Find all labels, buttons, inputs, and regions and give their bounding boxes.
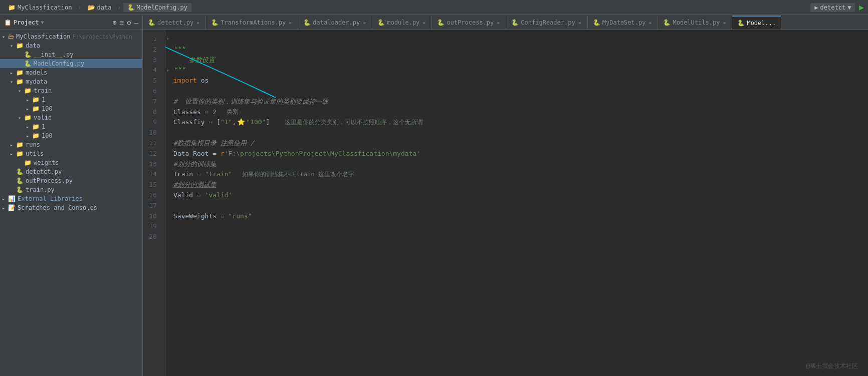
- init-file-icon: 🐍: [24, 51, 32, 58]
- sidebar-actions: ⊕ ≡ ⚙ –: [112, 19, 138, 27]
- train-folder-icon: 📁: [24, 87, 32, 94]
- sidebar-item-weights[interactable]: 📁 weights: [0, 158, 142, 167]
- project-tree-icon: 📋: [4, 19, 12, 26]
- sidebar-item-models[interactable]: ▸ 📁 models: [0, 68, 142, 77]
- sidebar-item-train[interactable]: ▾ 📁 train: [0, 86, 142, 95]
- tab-detetct-icon: 🐍: [148, 19, 155, 26]
- sidebar-item-outprocess[interactable]: 🐍 outProcess.py: [0, 176, 142, 185]
- code-content[interactable]: ▾ """ 参数设置 ▾ """ import os: [165, 30, 868, 376]
- run-button[interactable]: ▶: [859, 3, 864, 12]
- line-num-17: 17: [143, 201, 161, 211]
- valid-folder-icon: 📁: [24, 114, 32, 121]
- models-folder-icon: 📁: [16, 69, 24, 76]
- tab-outprocess[interactable]: 🐍 outProcess.py ✕: [432, 16, 506, 30]
- tab-mydataset[interactable]: 🐍 MyDataSet.py ✕: [588, 16, 659, 30]
- sidebar-item-utils[interactable]: ▸ 📁 utils: [0, 149, 142, 158]
- title-right-section: ▶ detetct ▼ ▶: [810, 3, 864, 12]
- code-editor[interactable]: 1 2 3 4 5 6 7 8 9 10 11 12 13 14 15 16 1…: [143, 30, 868, 376]
- scratches-icon: 📝: [8, 204, 16, 211]
- sidebar-item-valid[interactable]: ▾ 📁 valid: [0, 113, 142, 122]
- sidebar-item-modelconfig[interactable]: 🐍 ModelConfig.py: [0, 59, 142, 68]
- tab-modelutils[interactable]: 🐍 ModelUtils.py ✕: [658, 16, 732, 30]
- tab-op-close[interactable]: ✕: [496, 20, 501, 26]
- minimize-icon[interactable]: –: [134, 19, 138, 27]
- title-file[interactable]: 🐍 ModelConfig.py: [123, 3, 191, 12]
- line-num-18: 18: [143, 211, 161, 222]
- train100-folder-icon: 📁: [32, 105, 40, 112]
- project-icon: 📁: [8, 4, 16, 11]
- sidebar-item-train-1[interactable]: ▸ 📁 1: [0, 95, 142, 104]
- breadcrumb-sep2: ›: [118, 4, 121, 11]
- code-line-17: [173, 201, 860, 211]
- python-file-icon: 🐍: [127, 4, 135, 11]
- line-num-14: 14: [143, 169, 161, 180]
- tab-detetct-close[interactable]: ✕: [195, 20, 200, 26]
- tab-trans-close[interactable]: ✕: [288, 20, 293, 26]
- tab-detetct[interactable]: 🐍 detetct.py ✕: [143, 16, 206, 30]
- sidebar-item-valid-100[interactable]: ▸ 📁 100: [0, 131, 142, 140]
- collapse-all-icon[interactable]: ≡: [120, 19, 124, 27]
- fold-icon-4[interactable]: ▾: [166, 67, 169, 75]
- sidebar-item-runs[interactable]: ▸ 📁 runs: [0, 140, 142, 149]
- sidebar-item-init[interactable]: 🐍 __init__.py: [0, 50, 142, 59]
- line-num-4: 4: [143, 65, 161, 76]
- sidebar-header: 📋 Project ▼ ⊕ ≡ ⚙ –: [0, 15, 142, 30]
- line-num-16: 16: [143, 190, 161, 201]
- train1-folder-icon: 📁: [32, 96, 40, 103]
- main-layout: 📋 Project ▼ ⊕ ≡ ⚙ – ▾ 🗁 MyClassfication …: [0, 15, 868, 376]
- tab-cr-close[interactable]: ✕: [577, 20, 582, 26]
- title-data[interactable]: 📂 data: [84, 3, 116, 12]
- locate-file-icon[interactable]: ⊕: [112, 19, 116, 27]
- tab-mc-icon: 🐍: [737, 20, 745, 27]
- sidebar-item-data[interactable]: ▾ 📁 data: [0, 41, 142, 50]
- line-num-10: 10: [143, 128, 161, 138]
- code-line-6: [173, 86, 860, 97]
- outprocess-file-icon: 🐍: [16, 177, 24, 184]
- tab-mod-close[interactable]: ✕: [421, 20, 426, 26]
- code-line-8: Classes = 2 类别: [173, 107, 860, 118]
- code-line-20: [173, 232, 860, 242]
- emoji-icon: ⭐: [237, 117, 245, 128]
- title-bar: 📁 MyClassfication › 📂 data › 🐍 ModelConf…: [0, 0, 868, 15]
- tab-mds-close[interactable]: ✕: [647, 20, 653, 26]
- tabs-bar: 🐍 detetct.py ✕ 🐍 TransformAtions.py ✕ 🐍 …: [143, 15, 868, 30]
- tab-dl-close[interactable]: ✕: [362, 20, 367, 26]
- tab-mu-close[interactable]: ✕: [722, 20, 727, 26]
- fold-icon-1[interactable]: ▾: [166, 35, 169, 43]
- code-line-11: #数据集根目录 注意使用 /: [173, 138, 860, 149]
- code-line-1: ▾: [173, 34, 860, 45]
- run-config-selector[interactable]: ▶ detetct ▼: [810, 3, 855, 12]
- utils-folder-icon: 📁: [16, 150, 24, 157]
- valid1-expand-icon: ▸: [26, 124, 32, 130]
- code-line-5: import os: [173, 76, 860, 86]
- tab-configreader[interactable]: 🐍 ConfigReader.py ✕: [506, 16, 587, 30]
- utils-expand-icon: ▸: [10, 151, 16, 157]
- code-line-9: Classfiy = [ "1" , ⭐ "100" ] 这里是你的分类类别，可…: [173, 117, 860, 128]
- sidebar-item-valid-1[interactable]: ▸ 📁 1: [0, 122, 142, 131]
- tab-dl-icon: 🐍: [303, 19, 311, 26]
- settings-icon[interactable]: ⚙: [127, 19, 131, 27]
- tab-modelconfig-active[interactable]: 🐍 Model...: [732, 16, 781, 30]
- line-num-12: 12: [143, 149, 161, 159]
- sidebar-item-train-100[interactable]: ▸ 📁 100: [0, 104, 142, 113]
- tab-module[interactable]: 🐍 module.py ✕: [372, 16, 432, 30]
- tab-transformations[interactable]: 🐍 TransformAtions.py ✕: [206, 16, 298, 30]
- tab-dataloader[interactable]: 🐍 dataloader.py ✕: [298, 16, 372, 30]
- sidebar-item-scratches[interactable]: ▸ 📝 Scratches and Consoles: [0, 203, 142, 212]
- tab-mu-icon: 🐍: [663, 19, 671, 26]
- sidebar-item-root[interactable]: ▾ 🗁 MyClassfication F:\projects\Python: [0, 32, 142, 41]
- code-line-12: Data_Root = r 'F:\projects\PythonProject…: [173, 149, 860, 159]
- title-project[interactable]: 📁 MyClassfication: [4, 3, 76, 12]
- code-line-15: #划分的测试集: [173, 180, 860, 190]
- sidebar-item-mydata[interactable]: ▾ 📁 mydata: [0, 77, 142, 86]
- valid100-expand-icon: ▸: [26, 133, 32, 139]
- valid-expand-icon: ▾: [18, 115, 24, 121]
- sidebar-item-external-libs[interactable]: ▸ 📊 External Libraries: [0, 194, 142, 203]
- sidebar-item-trainpy[interactable]: 🐍 train.py: [0, 185, 142, 194]
- code-line-16: Valid = 'valid': [173, 190, 860, 201]
- code-line-18: SaveWeights = "runs": [173, 211, 860, 222]
- train-expand-icon: ▾: [18, 88, 24, 94]
- modelconfig-file-icon: 🐍: [24, 60, 32, 67]
- sidebar-item-detetct[interactable]: 🐍 detetct.py: [0, 167, 142, 176]
- line-num-3: 3: [143, 55, 161, 66]
